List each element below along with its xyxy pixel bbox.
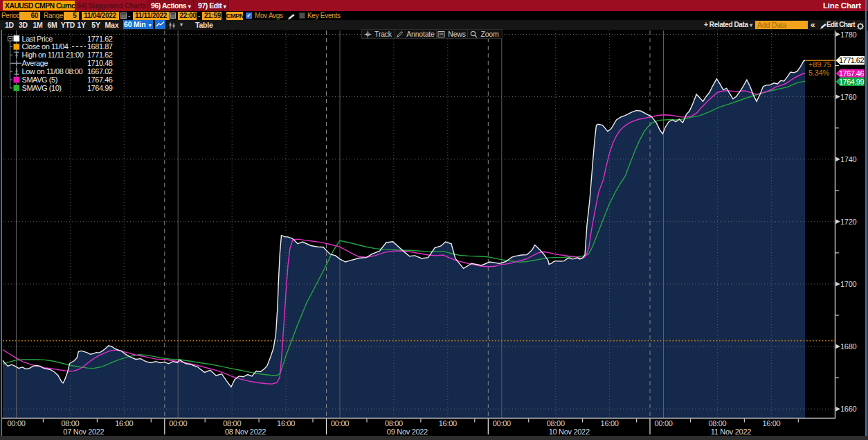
svg-text:1764.99: 1764.99 [87,84,113,92]
svg-text:1780: 1780 [840,30,856,39]
svg-text:16:00: 16:00 [439,419,457,428]
svg-text:08:00: 08:00 [385,419,403,428]
svg-text:SMAVG (5): SMAVG (5) [22,76,57,84]
svg-text:09 Nov 2022: 09 Nov 2022 [387,428,428,436]
svg-text:Last Price: Last Price [22,35,53,43]
svg-text:07 Nov 2022: 07 Nov 2022 [63,428,104,436]
svg-text:1700: 1700 [840,280,856,288]
svg-text:Average: Average [22,59,48,67]
svg-text:High on 11/11 21:00: High on 11/11 21:00 [22,51,84,59]
svg-text:1740: 1740 [840,155,856,164]
svg-text:1771.62: 1771.62 [839,56,864,64]
svg-text:08:00: 08:00 [61,419,79,428]
svg-text:1767.46: 1767.46 [87,76,113,84]
svg-text:16:00: 16:00 [601,419,619,428]
svg-text:08:00: 08:00 [547,419,565,428]
svg-text:08:00: 08:00 [708,419,726,428]
svg-text:1710.48: 1710.48 [87,59,113,67]
svg-text:00:00: 00:00 [493,419,511,428]
svg-text:1720: 1720 [840,218,856,226]
svg-text:08:00: 08:00 [223,419,241,428]
svg-text:1681.87: 1681.87 [87,42,113,51]
svg-text:Close on 11/04: Close on 11/04 [22,42,69,51]
svg-text:1760: 1760 [840,93,856,101]
svg-text:Low on 11/08 08:00: Low on 11/08 08:00 [22,67,83,76]
svg-text:00:00: 00:00 [654,419,672,428]
svg-text:11 Nov 2022: 11 Nov 2022 [711,428,751,436]
svg-text:16:00: 16:00 [762,419,780,428]
svg-text:1764.99: 1764.99 [839,78,864,86]
svg-text:+89.75: +89.75 [808,60,831,69]
svg-text:16:00: 16:00 [277,419,295,428]
svg-text:00:00: 00:00 [331,419,349,428]
svg-text:5.34%: 5.34% [808,69,830,77]
svg-text:1771.62: 1771.62 [87,35,113,43]
svg-text:08 Nov 2022: 08 Nov 2022 [225,428,266,436]
svg-text:16:00: 16:00 [115,419,133,428]
svg-text:00:00: 00:00 [7,419,25,428]
svg-text:10 Nov 2022: 10 Nov 2022 [549,428,590,436]
svg-text:1767.46: 1767.46 [839,69,864,78]
svg-text:1667.02: 1667.02 [87,67,113,76]
svg-text:00:00: 00:00 [169,419,187,428]
svg-text:1771.62: 1771.62 [87,51,113,59]
svg-text:SMAVG (10): SMAVG (10) [22,84,62,92]
svg-text:1680: 1680 [840,342,856,351]
svg-text:1660: 1660 [840,405,856,413]
